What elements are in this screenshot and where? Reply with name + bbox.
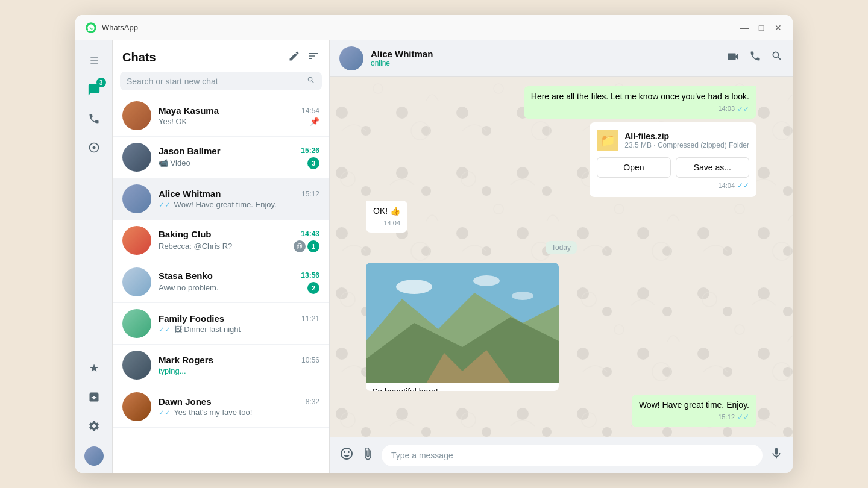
nav-item-starred[interactable]: ★ xyxy=(81,355,107,381)
user-avatar[interactable] xyxy=(84,446,104,466)
unread-badge: 2 xyxy=(307,282,319,294)
avatar xyxy=(122,392,151,421)
chat-contact-name[interactable]: Alice Whitman xyxy=(371,49,726,59)
chat-item[interactable]: Family Foodies 11:21 ✓✓ 🖼 Dinner last ni… xyxy=(113,303,329,345)
chat-item[interactable]: Jason Ballmer 15:26 📹 Video 3 xyxy=(113,137,329,178)
search-input-wrap xyxy=(120,72,322,90)
avatar xyxy=(122,226,151,255)
chat-info: Jason Ballmer 15:26 📹 Video 3 xyxy=(159,146,319,169)
unread-count: 1 xyxy=(307,240,319,252)
filter-button[interactable] xyxy=(307,50,319,64)
file-icon: 📁 xyxy=(597,130,618,151)
pin-icon: 📌 xyxy=(310,117,319,126)
chat-time: 14:43 xyxy=(301,230,319,238)
chat-contact-status: online xyxy=(371,59,726,67)
chat-item[interactable]: Mark Rogers 10:56 typing... xyxy=(113,345,329,386)
chat-info: Baking Club 14:43 Rebecca: @Chris R? @ 1 xyxy=(159,229,319,252)
title-bar: WhatsApp — □ ✕ xyxy=(75,15,793,40)
nav-item-status[interactable] xyxy=(81,134,107,161)
chat-preview: ✓✓ 🖼 Dinner last night xyxy=(159,325,319,334)
attach-button[interactable] xyxy=(361,447,374,464)
file-name: All-files.zip xyxy=(624,131,749,141)
chat-time: 13:56 xyxy=(301,271,319,280)
search-input[interactable] xyxy=(127,77,307,86)
chat-item[interactable]: Dawn Jones 8:32 ✓✓ Yes that's my fave to… xyxy=(113,386,329,428)
compose-button[interactable] xyxy=(288,50,300,64)
search-bar xyxy=(113,69,329,95)
chat-info: Family Foodies 11:21 ✓✓ 🖼 Dinner last ni… xyxy=(159,313,319,334)
chat-list-panel: Chats xyxy=(113,40,330,473)
nav-item-chats[interactable]: 3 xyxy=(81,77,107,103)
avatar xyxy=(122,143,151,172)
chat-contact-avatar[interactable] xyxy=(339,46,363,70)
nav-item-menu[interactable]: ☰ xyxy=(81,48,107,74)
date-divider: Today xyxy=(366,243,756,252)
svg-point-13 xyxy=(512,292,533,300)
chat-name: Baking Club xyxy=(159,229,212,239)
video-call-button[interactable] xyxy=(726,50,740,66)
message-time: 14:03 xyxy=(718,104,735,113)
chat-name: Jason Ballmer xyxy=(159,146,221,156)
unread-badge: @ xyxy=(294,240,306,252)
message-ticks: ✓✓ xyxy=(737,181,749,190)
search-icon xyxy=(307,76,315,86)
microphone-button[interactable] xyxy=(770,447,783,464)
chat-name: Dawn Jones xyxy=(159,396,212,407)
file-info: 23.5 MB · Compressed (zipped) Folder xyxy=(624,141,749,149)
chat-item[interactable]: Alice Whitman 15:12 ✓✓ Wow! Have great t… xyxy=(113,178,329,220)
photo-caption: So beautiful here! xyxy=(372,387,438,390)
chats-badge: 3 xyxy=(96,78,106,87)
nav-item-calls[interactable] xyxy=(81,105,107,132)
app-title: WhatsApp xyxy=(102,23,740,32)
date-label: Today xyxy=(546,241,577,254)
window-controls: — □ ✕ xyxy=(740,23,783,33)
messages-area: Here are all the files. Let me know once… xyxy=(330,77,793,437)
message-text: OK! 👍 xyxy=(373,206,400,216)
avatar xyxy=(122,351,151,380)
chat-info: Maya Kasuma 14:54 Yes! OK 📌 xyxy=(159,105,319,126)
message-text: Here are all the files. Let me know once… xyxy=(531,92,749,101)
chat-name: Mark Rogers xyxy=(159,355,213,365)
chat-time: 8:32 xyxy=(306,398,319,406)
message-ticks: ✓✓ xyxy=(737,412,749,422)
nav-item-archived[interactable] xyxy=(81,384,107,410)
message-time: 14:04 xyxy=(718,182,735,189)
voice-call-button[interactable] xyxy=(749,50,761,66)
close-button[interactable]: ✕ xyxy=(773,23,783,33)
chat-preview: typing... xyxy=(159,366,319,375)
minimize-button[interactable]: — xyxy=(740,23,749,33)
chat-preview: Rebecca: @Chris R? xyxy=(159,242,290,251)
chat-info: Dawn Jones 8:32 ✓✓ Yes that's my fave to… xyxy=(159,396,319,417)
chat-panel: Alice Whitman online xyxy=(330,40,793,473)
svg-point-2 xyxy=(92,146,95,149)
app-window: WhatsApp — □ ✕ ☰ 3 ★ xyxy=(75,15,793,473)
nav-item-settings[interactable] xyxy=(81,413,107,439)
file-message: 📁 All-files.zip 23.5 MB · Compressed (zi… xyxy=(590,122,756,197)
chat-time: 15:12 xyxy=(301,190,319,198)
chat-list-actions xyxy=(288,50,319,64)
emoji-button[interactable] xyxy=(339,446,354,465)
chat-name: Alice Whitman xyxy=(159,189,221,199)
maximize-button[interactable]: □ xyxy=(756,23,766,33)
chat-preview: Aww no problem. xyxy=(159,283,304,292)
message-input[interactable] xyxy=(382,445,763,466)
search-messages-button[interactable] xyxy=(771,50,783,66)
message-time: 14:04 xyxy=(383,219,400,228)
message-text: Wow! Have great time. Enjoy. xyxy=(639,400,749,410)
chat-preview: Yes! OK xyxy=(159,117,307,126)
message-bubble: Wow! Have great time. Enjoy. 15:12 ✓✓ xyxy=(632,395,756,427)
open-file-button[interactable]: Open xyxy=(597,157,670,178)
photo-image xyxy=(366,263,559,383)
file-bubble: 📁 All-files.zip 23.5 MB · Compressed (zi… xyxy=(590,122,756,197)
chat-name: Maya Kasuma xyxy=(159,105,219,116)
chat-item[interactable]: Stasa Benko 13:56 Aww no problem. 2 xyxy=(113,261,329,303)
chat-item[interactable]: Maya Kasuma 14:54 Yes! OK 📌 xyxy=(113,95,329,137)
nav-sidebar: ☰ 3 ★ xyxy=(75,40,113,473)
app-logo xyxy=(85,22,97,34)
chat-info: Stasa Benko 13:56 Aww no problem. 2 xyxy=(159,271,319,294)
unread-badge: 3 xyxy=(307,157,319,169)
chat-time: 14:54 xyxy=(301,107,319,115)
save-file-button[interactable]: Save as... xyxy=(676,157,749,178)
avatar xyxy=(122,267,151,296)
chat-item[interactable]: Baking Club 14:43 Rebecca: @Chris R? @ 1 xyxy=(113,220,329,261)
